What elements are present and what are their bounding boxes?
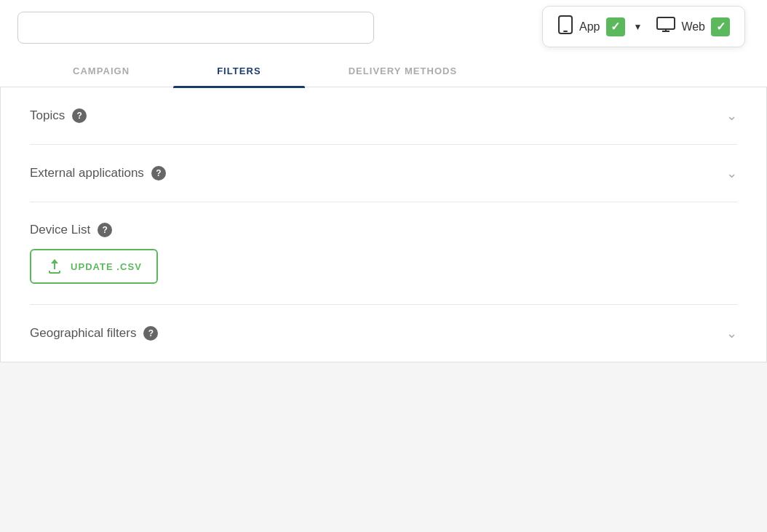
search-input[interactable] bbox=[17, 12, 374, 44]
device-list-title: Device List bbox=[30, 223, 90, 237]
external-applications-left: External applications ? bbox=[30, 166, 166, 180]
app-toggle-item: App ▼ bbox=[557, 15, 642, 38]
app-label: App bbox=[579, 20, 600, 33]
app-dropdown-arrow[interactable]: ▼ bbox=[634, 22, 643, 32]
update-csv-label: UPDATE .CSV bbox=[71, 261, 142, 272]
geographical-filters-help-icon[interactable]: ? bbox=[143, 326, 158, 341]
external-applications-help-icon[interactable]: ? bbox=[151, 166, 166, 180]
topics-help-icon[interactable]: ? bbox=[72, 108, 87, 123]
app-checkbox[interactable] bbox=[606, 17, 625, 36]
topics-title: Topics bbox=[30, 108, 65, 123]
device-list-header: Device List ? bbox=[30, 223, 737, 237]
svg-rect-2 bbox=[657, 17, 675, 29]
tab-delivery-methods[interactable]: DELIVERY METHODS bbox=[305, 55, 501, 87]
tabs-bar: CAMPAIGN FILTERS DELIVERY METHODS bbox=[0, 55, 767, 87]
topics-chevron-icon: ⌄ bbox=[726, 108, 737, 124]
upload-icon bbox=[46, 258, 63, 275]
phone-icon bbox=[557, 15, 573, 38]
content-area: Topics ? ⌄ External applications ? ⌄ Dev… bbox=[0, 87, 767, 362]
geographical-filters-section[interactable]: Geographical filters ? ⌄ bbox=[30, 305, 737, 362]
geographical-filters-title: Geographical filters bbox=[30, 326, 136, 341]
tab-filters[interactable]: FILTERS bbox=[173, 55, 304, 87]
external-applications-chevron-icon: ⌄ bbox=[726, 165, 737, 181]
svg-rect-1 bbox=[563, 31, 568, 32]
web-toggle-item: Web bbox=[656, 17, 730, 36]
update-csv-button[interactable]: UPDATE .CSV bbox=[30, 249, 158, 284]
device-list-section: Device List ? UPDATE .CSV bbox=[30, 202, 737, 305]
topics-section[interactable]: Topics ? ⌄ bbox=[30, 87, 737, 145]
top-bar: App ▼ Web bbox=[0, 0, 767, 49]
topics-left: Topics ? bbox=[30, 108, 87, 123]
toggle-popup: App ▼ Web bbox=[542, 6, 745, 47]
external-applications-section[interactable]: External applications ? ⌄ bbox=[30, 145, 737, 202]
tab-campaign[interactable]: CAMPAIGN bbox=[29, 55, 173, 87]
monitor-icon bbox=[656, 17, 675, 36]
geographical-filters-left: Geographical filters ? bbox=[30, 326, 158, 341]
page-wrapper: App ▼ Web CAMPAIGN FILT bbox=[0, 0, 767, 362]
web-checkbox[interactable] bbox=[711, 17, 730, 36]
device-list-help-icon[interactable]: ? bbox=[98, 223, 112, 237]
external-applications-title: External applications bbox=[30, 166, 144, 180]
geographical-filters-chevron-icon: ⌄ bbox=[726, 325, 737, 341]
web-label: Web bbox=[681, 20, 705, 33]
